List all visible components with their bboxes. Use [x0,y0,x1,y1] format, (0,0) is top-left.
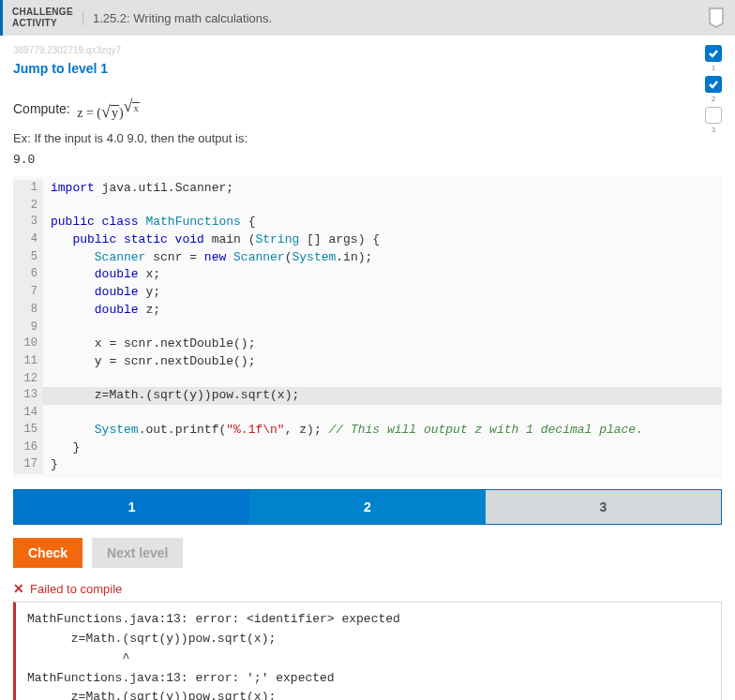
progress-step-label: 1 [712,64,715,72]
code-text[interactable] [43,371,51,387]
line-number: 7 [13,284,43,302]
code-editor[interactable]: 1import java.util.Scanner;23public class… [13,176,722,479]
code-text[interactable]: public static void main (String [] args)… [43,231,380,249]
code-text[interactable]: public class MathFunctions { [43,214,255,231]
code-text[interactable]: z=Math.(sqrt(y))pow.sqrt(x); [43,387,299,405]
line-number: 10 [13,335,43,353]
activity-header: CHALLENGEACTIVITY 1.25.2: Writing math c… [0,0,735,36]
code-text[interactable] [43,405,51,421]
code-line[interactable]: 3public class MathFunctions { [13,214,722,231]
progress-sidebar: 123 [705,45,722,134]
code-text[interactable]: x = scnr.nextDouble(); [43,335,255,353]
level-tabs: 123 [13,489,722,525]
line-number: 4 [13,231,43,249]
code-text[interactable]: y = scnr.nextDouble(); [43,353,255,371]
line-number: 15 [13,422,43,439]
line-number: 12 [13,371,43,387]
level-tab-3[interactable]: 3 [486,490,721,524]
line-number: 13 [13,387,43,405]
progress-step-2[interactable] [705,76,722,93]
code-line[interactable]: 13 z=Math.(sqrt(y))pow.sqrt(x); [13,387,722,405]
activity-title: 1.25.2: Writing math calculations. [82,11,272,25]
code-text[interactable]: System.out.printf("%.1f\n", z); // This … [43,422,643,439]
code-line[interactable]: 12 [13,371,722,387]
code-text[interactable]: import java.util.Scanner; [43,180,233,198]
code-line[interactable]: 6 double x; [13,266,722,284]
code-line[interactable]: 15 System.out.printf("%.1f\n", z); // Th… [13,422,722,439]
line-number: 1 [13,180,43,198]
line-number: 5 [13,249,43,267]
code-line[interactable]: 11 y = scnr.nextDouble(); [13,353,722,371]
bookmark-icon [707,7,726,29]
compile-fail-header: ✕ Failed to compile [13,581,722,596]
code-text[interactable] [43,320,51,335]
line-number: 8 [13,302,43,320]
code-text[interactable]: double x; [43,266,160,284]
code-text[interactable] [43,198,51,214]
code-line[interactable]: 9 [13,320,722,335]
activity-type-label: CHALLENGEACTIVITY [3,7,82,29]
progress-step-1[interactable] [705,45,722,62]
level-tab-2[interactable]: 2 [249,490,485,524]
line-number: 17 [13,456,43,474]
code-text[interactable]: double z; [43,302,160,320]
code-text[interactable]: Scanner scnr = new Scanner(System.in); [43,249,372,267]
line-number: 14 [13,405,43,421]
example-description: Ex: If the input is 4.0 9.0, then the ou… [13,131,722,145]
line-number: 9 [13,320,43,335]
example-output: 9.0 [13,153,722,167]
check-button[interactable]: Check [13,538,82,568]
line-number: 6 [13,266,43,284]
progress-step-label: 2 [712,95,715,103]
progress-step-3[interactable] [705,107,722,124]
progress-step-label: 3 [712,126,715,134]
code-line[interactable]: 8 double z; [13,302,722,320]
next-level-button: Next level [92,538,183,568]
line-number: 3 [13,214,43,231]
code-text[interactable]: } [43,456,58,474]
code-text[interactable]: } [43,439,80,457]
watermark-id: 389779.2302719.qx3zqy7 [13,45,722,55]
line-number: 2 [13,198,43,214]
code-line[interactable]: 17} [13,456,722,474]
code-line[interactable]: 4 public static void main (String [] arg… [13,231,722,249]
jump-to-level-link[interactable]: Jump to level 1 [13,61,108,76]
code-line[interactable]: 14 [13,405,722,421]
code-text[interactable]: double y; [43,284,160,302]
line-number: 11 [13,353,43,371]
code-line[interactable]: 2 [13,198,722,214]
code-line[interactable]: 10 x = scnr.nextDouble(); [13,335,722,353]
code-line[interactable]: 1import java.util.Scanner; [13,180,722,198]
code-line[interactable]: 7 double y; [13,284,722,302]
fail-x-icon: ✕ [13,581,24,596]
code-line[interactable]: 16 } [13,439,722,457]
compute-prompt: Compute: z = (√y)√x [13,97,722,122]
code-line[interactable]: 5 Scanner scnr = new Scanner(System.in); [13,249,722,267]
level-tab-1[interactable]: 1 [14,490,249,524]
line-number: 16 [13,439,43,457]
compiler-output: MathFunctions.java:13: error: <identifie… [13,602,722,700]
